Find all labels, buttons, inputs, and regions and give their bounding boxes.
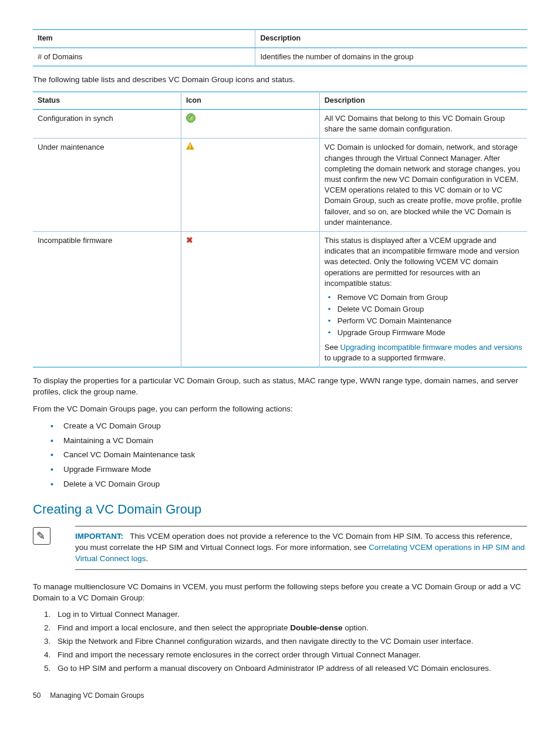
cell-icon: ✖ bbox=[181, 231, 320, 367]
list-item: Skip the Network and Fibre Channel confi… bbox=[53, 636, 527, 647]
list-item: Upgrade Group Firmware Mode bbox=[328, 328, 522, 338]
list-item: Cancel VC Domain Maintenance task bbox=[50, 450, 527, 461]
th-status: Status bbox=[33, 92, 181, 110]
th-item: Item bbox=[33, 30, 255, 48]
item-description-table: Item Description # of Domains Identifies… bbox=[33, 29, 527, 66]
table-row: Under maintenance VC Domain is unlocked … bbox=[33, 139, 527, 232]
section-heading: Creating a VC Domain Group bbox=[33, 501, 527, 519]
status-icon-table: Status Icon Description Configuration in… bbox=[33, 92, 527, 367]
error-icon: ✖ bbox=[186, 235, 193, 245]
text: See bbox=[325, 343, 340, 352]
firmware-op-list: Remove VC Domain from Group Delete VC Do… bbox=[325, 292, 522, 339]
list-item: Upgrade Firmware Mode bbox=[50, 464, 527, 475]
cell-status: Under maintenance bbox=[33, 139, 181, 232]
note-icon bbox=[33, 527, 50, 545]
intro-text: The following table lists and describes … bbox=[33, 75, 527, 86]
warning-icon bbox=[186, 142, 194, 150]
list-item: Perform VC Domain Maintenance bbox=[328, 316, 522, 326]
sync-ok-icon bbox=[186, 113, 195, 123]
list-item: Maintaining a VC Domain bbox=[50, 436, 527, 447]
cell-desc: All VC Domains that belong to this VC Do… bbox=[319, 110, 527, 139]
list-item: Log in to Virtual Connect Manager. bbox=[53, 609, 527, 620]
table-row: Configuration in synch All VC Domains th… bbox=[33, 110, 527, 139]
cell-icon bbox=[181, 110, 320, 139]
table-row: # of Domains Identifies the number of do… bbox=[33, 48, 527, 66]
desc-pre: This status is displayed after a VCEM up… bbox=[325, 235, 522, 289]
footer-title: Managing VC Domain Groups bbox=[50, 691, 144, 700]
text: Find and import a local enclosure, and t… bbox=[58, 623, 290, 632]
list-item: Delete VC Domain Group bbox=[328, 304, 522, 315]
table-row: Incompatible firmware ✖ This status is d… bbox=[33, 231, 527, 367]
text: option. bbox=[343, 623, 369, 632]
cell-desc: Identifies the number of domains in the … bbox=[255, 48, 527, 66]
page-number: 50 bbox=[33, 691, 48, 701]
cell-item: # of Domains bbox=[33, 48, 255, 66]
list-item: Find and import a local enclosure, and t… bbox=[53, 623, 527, 634]
upgrade-firmware-link[interactable]: Upgrading incompatible firmware modes an… bbox=[340, 343, 522, 352]
cell-status: Configuration in synch bbox=[33, 110, 181, 139]
page-footer: 50 Managing VC Domain Groups bbox=[33, 691, 527, 701]
th-description: Description bbox=[255, 30, 527, 48]
bold-text: Double-dense bbox=[290, 623, 342, 632]
cell-status: Incompatible firmware bbox=[33, 231, 181, 367]
actions-list: Create a VC Domain Group Maintaining a V… bbox=[33, 421, 527, 490]
paragraph: To manage multienclosure VC Domains in V… bbox=[33, 582, 527, 604]
important-label: IMPORTANT: bbox=[75, 532, 123, 541]
list-item: Create a VC Domain Group bbox=[50, 421, 527, 432]
paragraph: To display the properties for a particul… bbox=[33, 376, 527, 398]
cell-icon bbox=[181, 139, 320, 232]
list-item: Go to HP SIM and perform a manual discov… bbox=[53, 663, 527, 674]
important-text-suffix: . bbox=[146, 554, 149, 563]
cell-desc: VC Domain is unlocked for domain, networ… bbox=[319, 139, 527, 232]
paragraph: From the VC Domain Groups page, you can … bbox=[33, 404, 527, 415]
desc-post: See Upgrading incompatible firmware mode… bbox=[325, 342, 522, 363]
important-note: IMPORTANT: This VCEM operation does not … bbox=[75, 526, 527, 570]
list-item: Delete a VC Domain Group bbox=[50, 479, 527, 490]
th-icon: Icon bbox=[181, 92, 320, 110]
text: to upgrade to a supported firmware. bbox=[325, 353, 446, 362]
cell-desc: This status is displayed after a VCEM up… bbox=[319, 231, 527, 367]
steps-list: Log in to Virtual Connect Manager. Find … bbox=[33, 609, 527, 674]
list-item: Find and import the necessary remote enc… bbox=[53, 650, 527, 661]
list-item: Remove VC Domain from Group bbox=[328, 292, 522, 303]
th-description: Description bbox=[319, 92, 527, 110]
